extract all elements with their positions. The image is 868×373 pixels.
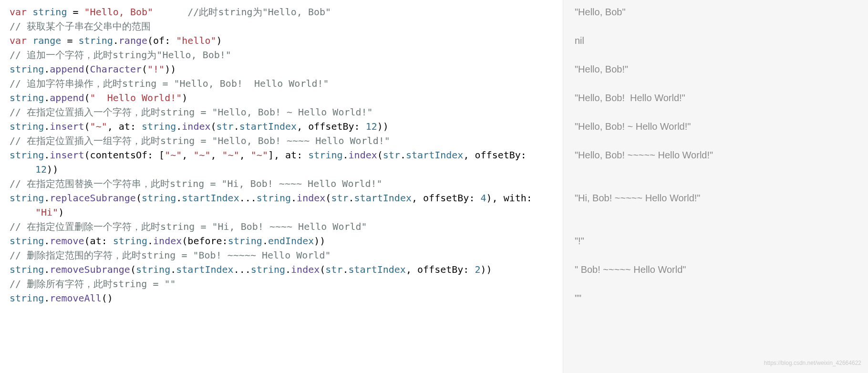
paren: )	[52, 164, 58, 175]
string-literal: "!"	[147, 63, 165, 75]
code-line[interactable]: string.removeAll()	[10, 291, 563, 305]
arg-label: offsetBy	[417, 264, 463, 275]
code-line[interactable]: var range = string.range(of: "hello")	[10, 33, 563, 48]
string-literal: "~"	[193, 149, 210, 161]
comment: // 删除所有字符，此时string = ""	[10, 278, 176, 290]
paren: (	[142, 63, 147, 75]
result-value[interactable]: "Hello, Bob! ~~~~~ Hello World!"	[575, 148, 868, 162]
comma: ,	[239, 149, 251, 161]
result-empty	[575, 162, 868, 176]
result-value[interactable]: "!"	[575, 234, 868, 248]
paren: )	[486, 192, 492, 204]
dot: .	[44, 264, 50, 275]
code-line[interactable]: // 在指定位置插入一个字符，此时string = "Hello, Bob! ~…	[10, 105, 563, 119]
number-literal: 12	[366, 121, 377, 132]
result-value[interactable]: "Hello, Bob! ~ Hello World!"	[575, 119, 868, 134]
result-value[interactable]: ""	[575, 291, 868, 305]
colon: :	[527, 192, 532, 204]
code-line[interactable]: // 在指定位置插入一组字符，此时string = "Hello, Bob! ~…	[10, 134, 563, 148]
result-empty	[575, 248, 868, 262]
colon: :	[521, 149, 527, 161]
paren: (	[130, 264, 136, 275]
result-value[interactable]: " Bob! ~~~~~ Hello World"	[575, 262, 868, 277]
method-range: range	[119, 35, 147, 46]
comma: ,	[107, 121, 119, 132]
dot: .	[147, 235, 153, 247]
result-value[interactable]: nil	[575, 33, 868, 48]
paren: (	[84, 149, 90, 161]
comma: ,	[412, 192, 423, 204]
paren: )	[480, 264, 486, 275]
identifier: string	[10, 192, 44, 204]
code-line[interactable]: // 在指定位置删除一个字符，此时string = "Hi, Bob! ~~~~…	[10, 219, 563, 234]
string-literal: "hello"	[176, 35, 216, 46]
code-line[interactable]: // 追加一个字符，此时string为"Hello, Bob!"	[10, 48, 563, 62]
result-value[interactable]: "Hello, Bob!"	[575, 62, 868, 76]
code-line[interactable]: // 追加字符串操作，此时string = "Hello, Bob! Hello…	[10, 76, 563, 91]
code-line[interactable]: string.removeSubrange(string.startIndex.…	[10, 262, 563, 277]
code-line[interactable]: string.insert(contentsOf: ["~", "~", "~"…	[10, 148, 563, 162]
paren: )	[165, 63, 170, 75]
code-line[interactable]: string.replaceSubrange(string.startIndex…	[10, 191, 563, 205]
code-line[interactable]: var string = "Hello, Bob" //此时string为"He…	[10, 5, 563, 19]
string-literal: "~"	[90, 121, 107, 132]
dot: .	[400, 149, 406, 161]
identifier: string	[136, 264, 170, 275]
code-line[interactable]: // 删除指定范围的字符，此时string = "Bob! ~~~~~ Hell…	[10, 248, 563, 262]
code-line[interactable]: string.append(" Hello World!")	[10, 91, 563, 105]
code-line[interactable]: // 删除所有字符，此时string = ""	[10, 277, 563, 291]
dot: .	[44, 63, 50, 75]
arg-label: offsetBy	[475, 149, 521, 161]
method-removeall: removeAll	[50, 292, 101, 304]
paren: (	[84, 92, 90, 104]
identifier: str	[325, 264, 342, 275]
paren: )	[58, 207, 64, 218]
code-line[interactable]: string.append(Character("!"))	[10, 62, 563, 76]
code-line[interactable]: // 获取某个子串在父串中的范围	[10, 19, 563, 33]
dot: .	[113, 35, 119, 46]
identifier: string	[228, 235, 262, 247]
method-removesubrange: removeSubrange	[50, 264, 130, 275]
paren: )	[182, 92, 187, 104]
space	[153, 6, 187, 18]
comment: //此时string为"Hello, Bob"	[187, 6, 331, 18]
dot: .	[44, 192, 50, 204]
colon: :	[354, 121, 366, 132]
property-endindex: endIndex	[268, 235, 314, 247]
result-value[interactable]: "Hi, Bob! ~~~~~ Hello World!"	[575, 191, 868, 205]
range-op: ...	[239, 192, 257, 204]
dot: .	[170, 264, 176, 275]
code-line[interactable]: string.remove(at: string.index(before:st…	[10, 234, 563, 248]
comment: // 追加字符串操作，此时string = "Hello, Bob! Hello…	[10, 78, 329, 89]
result-empty	[575, 176, 868, 191]
code-line[interactable]: // 在指定范围替换一个字符串，此时string = "Hi, Bob! ~~~…	[10, 176, 563, 191]
dot: .	[44, 149, 50, 161]
code-line-wrap[interactable]: "Hi")	[10, 205, 563, 219]
code-line[interactable]: string.insert("~", at: string.index(str.…	[10, 119, 563, 134]
playground-container: var string = "Hello, Bob" //此时string为"He…	[0, 0, 868, 373]
result-empty	[575, 277, 868, 291]
result-value[interactable]: "Hello, Bob! Hello World!"	[575, 91, 868, 105]
result-value[interactable]: "Hello, Bob"	[575, 5, 868, 19]
code-line-wrap[interactable]: 12))	[10, 162, 563, 176]
string-literal: "~"	[165, 149, 182, 161]
identifier: string	[10, 292, 44, 304]
colon: :	[222, 235, 228, 247]
paren: (	[84, 235, 90, 247]
arg-label: offsetBy	[423, 192, 469, 204]
type-character: Character	[90, 63, 142, 75]
result-empty	[575, 105, 868, 119]
results-sidebar[interactable]: "Hello, Bob" nil "Hello, Bob!" "Hello, B…	[563, 0, 868, 373]
range-op: ...	[234, 264, 251, 275]
space	[27, 35, 32, 46]
comma: ,	[274, 149, 285, 161]
code-editor[interactable]: var string = "Hello, Bob" //此时string为"He…	[0, 0, 563, 373]
identifier: string	[251, 264, 285, 275]
identifier: string	[142, 121, 176, 132]
identifier: string	[257, 192, 291, 204]
keyword-var: var	[10, 35, 27, 46]
comma: ,	[182, 149, 193, 161]
paren: )	[170, 63, 176, 75]
arg-label: contentsOf	[90, 149, 147, 161]
colon: :	[165, 35, 176, 46]
